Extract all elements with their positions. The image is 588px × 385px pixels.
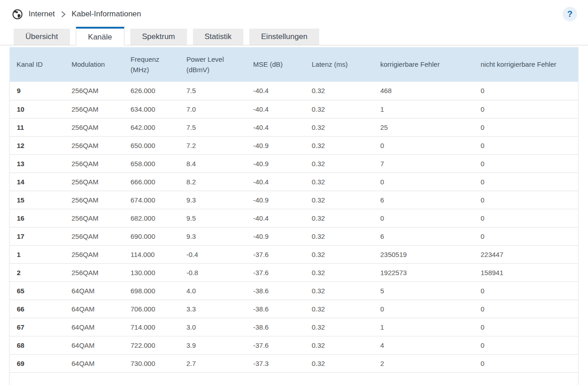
table-cell: 256QAM	[64, 82, 124, 100]
table-cell: 0.32	[305, 154, 373, 173]
table-cell: 17	[10, 227, 64, 245]
table-cell: 0.32	[305, 318, 373, 336]
table-cell	[179, 372, 246, 385]
table-cell: 0	[373, 173, 474, 191]
table-cell: 0	[474, 82, 578, 100]
table-cell: -40.4	[246, 173, 305, 191]
table-cell: 9	[10, 82, 64, 100]
table-cell: -38.6	[246, 318, 305, 336]
table-cell: -40.4	[246, 82, 305, 100]
breadcrumb: Internet Kabel-Informationen	[12, 9, 141, 20]
table-cell: 0.32	[305, 354, 373, 372]
column-header: Latenz (ms)	[305, 47, 373, 82]
table-cell: 5	[373, 281, 474, 300]
table-cell: -40.4	[246, 118, 305, 136]
table-cell	[305, 372, 373, 385]
table-cell: 11	[10, 118, 64, 136]
table-cell: 626.000	[124, 82, 179, 100]
table-cell: 0	[474, 227, 578, 245]
table-cell: 256QAM	[64, 173, 124, 191]
table-cell: 7.0	[179, 100, 246, 118]
table-cell	[373, 372, 474, 385]
table-cell: 10	[10, 100, 64, 118]
table-cell: 7.5	[179, 82, 246, 100]
breadcrumb-section[interactable]: Internet	[29, 10, 55, 19]
table-body: 9256QAM626.0007.5-40.40.32468010256QAM63…	[10, 82, 578, 385]
table-cell: 114.000	[124, 245, 179, 263]
table-cell: 7.5	[179, 118, 246, 136]
table-cell: 0.32	[305, 136, 373, 154]
table-cell: 0	[474, 336, 578, 354]
table-cell: 658.000	[124, 154, 179, 173]
table-cell: -0.4	[179, 245, 246, 263]
table-cell: 130.000	[124, 263, 179, 281]
table-row: 6564QAM698.0004.0-38.60.3250	[10, 281, 578, 300]
table-cell: 64QAM	[64, 318, 124, 336]
table-cell: 8.2	[179, 173, 246, 191]
table-cell: -40.9	[246, 154, 305, 173]
table-cell: -38.6	[246, 281, 305, 300]
table-cell: 0	[474, 173, 578, 191]
table-cell: 16	[10, 209, 64, 227]
table-row: 9256QAM626.0007.5-40.40.324680	[10, 82, 578, 100]
table-cell: 0.32	[305, 82, 373, 100]
table-cell: 0	[373, 300, 474, 318]
table-cell: 64QAM	[64, 300, 124, 318]
table-cell: 65	[10, 281, 64, 300]
table-cell: 2.7	[179, 354, 246, 372]
table-cell: 256QAM	[64, 209, 124, 227]
table-cell: 0.32	[305, 100, 373, 118]
table-row: 6764QAM714.0003.0-38.60.3210	[10, 318, 578, 336]
table-cell: 4.0	[179, 281, 246, 300]
table-cell: 706.000	[124, 300, 179, 318]
table-cell: 650.000	[124, 136, 179, 154]
tab-bar: Übersicht Kanäle Spektrum Statistik Eins…	[0, 28, 588, 45]
tab-einstellungen[interactable]: Einstellungen	[249, 29, 319, 45]
table-cell: 666.000	[124, 173, 179, 191]
table-cell: 468	[373, 82, 474, 100]
table-cell: 256QAM	[64, 191, 124, 209]
table-row: 17256QAM690.0009.3-40.90.3260	[10, 227, 578, 245]
table-cell: 0.32	[305, 118, 373, 136]
table-cell: 0	[474, 281, 578, 300]
tab-statistik[interactable]: Statistik	[193, 29, 244, 45]
table-cell: 7	[373, 154, 474, 173]
table-cell: 0.32	[305, 245, 373, 263]
table-cell: -37.6	[246, 245, 305, 263]
table-cell: 15	[10, 191, 64, 209]
tab-kanaele[interactable]: Kanäle	[76, 27, 124, 45]
table-cell: 0	[474, 154, 578, 173]
help-button[interactable]: ?	[563, 7, 577, 21]
table-row: 12256QAM650.0007.2-40.90.3200	[10, 136, 578, 154]
table-cell: 714.000	[124, 318, 179, 336]
table-cell: 67	[10, 318, 64, 336]
table-cell: 2	[373, 354, 474, 372]
tab-uebersicht[interactable]: Übersicht	[14, 29, 70, 45]
table-cell: 0	[373, 209, 474, 227]
table-cell: 730.000	[124, 354, 179, 372]
table-cell: 6	[373, 227, 474, 245]
table-cell	[124, 372, 179, 385]
table-cell: 0	[474, 354, 578, 372]
table-cell: 256QAM	[64, 136, 124, 154]
column-header: MSE (dB)	[246, 47, 305, 82]
table-cell: 256QAM	[64, 227, 124, 245]
table-row: 2256QAM130.000-0.8-37.60.321922573158941	[10, 263, 578, 281]
tab-spektrum[interactable]: Spektrum	[130, 29, 187, 45]
table-row: 16256QAM682.0009.5-40.40.3200	[10, 209, 578, 227]
table-cell: 9.3	[179, 191, 246, 209]
table-cell: 223447	[474, 245, 578, 263]
table-cell: 9.5	[179, 209, 246, 227]
table-cell: 690.000	[124, 227, 179, 245]
table-cell: 0.32	[305, 173, 373, 191]
table-row: 6664QAM706.0003.3-38.60.3200	[10, 300, 578, 318]
table-cell: 3.3	[179, 300, 246, 318]
table-cell: 2	[10, 263, 64, 281]
table-cell: 256QAM	[64, 245, 124, 263]
table-cell: -40.4	[246, 100, 305, 118]
table-cell: 64QAM	[64, 336, 124, 354]
table-cell: 158941	[474, 263, 578, 281]
table-cell: 6	[373, 191, 474, 209]
table-cell: 12	[10, 136, 64, 154]
column-header: Frequenz (MHz)	[124, 47, 179, 82]
